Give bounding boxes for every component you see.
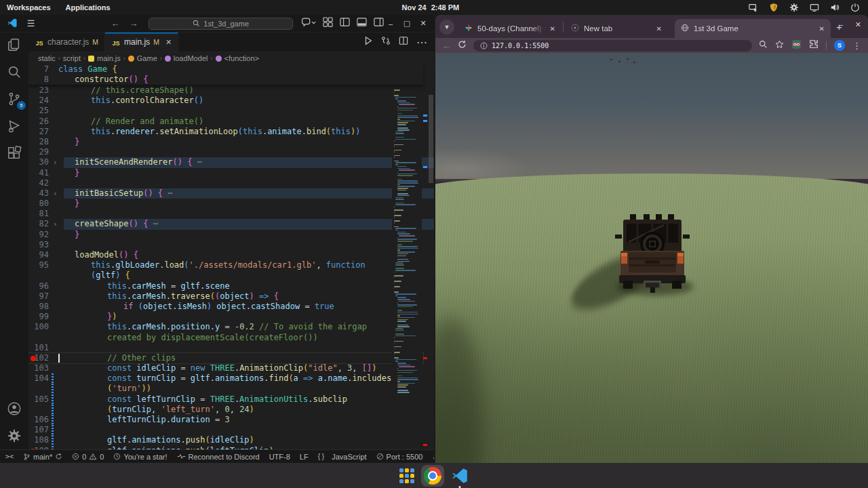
vscode-dock-button[interactable] xyxy=(451,467,469,485)
breadcrumb-item[interactable]: <function> xyxy=(224,54,259,62)
line-number[interactable]: 105 xyxy=(28,394,49,405)
toggle-secondary-sidebar-icon[interactable] xyxy=(374,17,384,30)
code-lines[interactable]: 23// this.createShape()24this.controlCha… xyxy=(28,85,423,449)
code-line[interactable]: 106leftTurnClip.duration = 3 xyxy=(28,415,423,425)
sticky-scroll-header[interactable]: 7class Game {8constructor() { xyxy=(28,64,423,85)
breadcrumb-item[interactable]: script xyxy=(63,54,81,62)
game-viewport[interactable] xyxy=(435,53,868,463)
tab-search-chevron-icon[interactable]: ▼ xyxy=(439,20,454,35)
breadcrumb-item[interactable]: static xyxy=(38,54,56,62)
line-number[interactable] xyxy=(28,333,49,343)
line-number[interactable]: 93 xyxy=(28,240,49,250)
code-line[interactable]: 104const turnClip = gltf.animations.find… xyxy=(28,373,423,384)
line-number[interactable]: 28 xyxy=(28,137,49,147)
star-status-item[interactable]: You're a star! xyxy=(113,453,167,461)
code-line[interactable]: 80} xyxy=(28,199,423,209)
code-line[interactable]: 97this.carMesh.traverse((object) => { xyxy=(28,291,423,302)
code-line[interactable]: 43›initBasicSetup() { ⋯ xyxy=(28,188,423,199)
power-icon[interactable] xyxy=(850,3,860,12)
git-branch-item[interactable]: main* xyxy=(23,453,62,461)
eol-item[interactable]: LF xyxy=(300,453,309,461)
code-line[interactable]: created by displacementScale(createFloor… xyxy=(28,333,423,343)
code-line[interactable]: 95this.glbLoader.load('./assets/modals/c… xyxy=(28,260,423,270)
code-line[interactable]: (gltf) { xyxy=(28,270,423,281)
line-number[interactable]: 24 xyxy=(28,96,49,106)
tab-close-icon[interactable]: ✕ xyxy=(165,38,172,47)
browser-tab-game[interactable]: 1st 3d Game ✕ xyxy=(675,19,831,38)
line-number[interactable]: 108 xyxy=(28,435,49,445)
encoding-item[interactable]: UTF-8 xyxy=(269,453,290,461)
browser-menu-icon[interactable]: ⋮ xyxy=(852,41,861,51)
code-line[interactable]: 41} xyxy=(28,168,423,178)
tab-character-js[interactable]: JS character.js M xyxy=(28,33,105,52)
clock-menu[interactable]: Nov 24 2:48 PM xyxy=(402,0,460,15)
code-line[interactable]: ('turn')) xyxy=(28,384,423,394)
chrome-dock-button[interactable] xyxy=(421,465,444,487)
line-number[interactable]: 101 xyxy=(28,343,49,353)
more-actions-icon[interactable]: ⋯ xyxy=(416,36,427,49)
fold-chevron-icon[interactable]: › xyxy=(53,188,58,199)
code-line[interactable]: 81 xyxy=(28,209,423,219)
account-icon[interactable] xyxy=(6,401,22,417)
code-line[interactable]: 109gltf.animations.push(leftTurnClip) xyxy=(28,446,423,449)
remote-indicator[interactable]: >< xyxy=(5,453,14,460)
line-number[interactable] xyxy=(28,384,49,394)
line-number[interactable]: 30 xyxy=(28,157,49,167)
line-number[interactable] xyxy=(28,270,49,281)
notifications-bell-icon[interactable] xyxy=(432,453,434,461)
window-minimize-button[interactable]: – xyxy=(839,20,843,29)
line-number[interactable]: 7 xyxy=(28,64,49,75)
fold-chevron-icon[interactable]: › xyxy=(53,157,58,167)
code-line[interactable]: 101 xyxy=(28,343,423,353)
window-close-button[interactable]: ✕ xyxy=(416,17,430,30)
code-line[interactable]: 100this.carMesh.position.y = -0.2 // To … xyxy=(28,322,423,332)
language-mode-item[interactable]: { } JavaScript xyxy=(318,453,367,461)
menu-hamburger-icon[interactable]: ☰ xyxy=(24,18,37,28)
window-close-button[interactable]: ✕ xyxy=(855,20,861,29)
zoom-icon[interactable] xyxy=(759,39,768,52)
discord-status-item[interactable]: Reconnect to Discord xyxy=(177,453,260,461)
line-number[interactable]: 41 xyxy=(28,168,49,178)
reload-icon[interactable] xyxy=(458,40,467,51)
display-icon[interactable] xyxy=(810,3,819,12)
tab-close-icon[interactable]: ✕ xyxy=(550,25,555,33)
tab-main-js[interactable]: JS main.js M ✕ xyxy=(105,33,178,52)
gear-icon[interactable] xyxy=(789,3,799,12)
shield-icon[interactable] xyxy=(769,3,778,12)
line-number[interactable]: 104 xyxy=(28,373,49,384)
live-server-port-item[interactable]: Port : 5500 xyxy=(376,453,423,461)
code-line[interactable]: 92} xyxy=(28,230,423,240)
copilot-chat-icon[interactable] xyxy=(301,18,316,30)
fold-chevron-icon[interactable]: › xyxy=(53,219,58,229)
run-debug-icon[interactable] xyxy=(6,118,22,134)
split-editor-icon[interactable] xyxy=(399,36,408,48)
profile-avatar[interactable]: S xyxy=(834,40,845,51)
back-icon[interactable]: ← xyxy=(442,41,451,51)
run-file-icon[interactable] xyxy=(363,36,373,48)
code-line[interactable]: 102// Other clips xyxy=(28,353,423,363)
line-number[interactable]: 107 xyxy=(28,425,49,435)
line-number[interactable]: 26 xyxy=(28,117,49,127)
line-number[interactable] xyxy=(28,405,49,415)
extensions-puzzle-icon[interactable] xyxy=(809,39,818,52)
breakpoint-dot[interactable] xyxy=(31,356,36,361)
browser-tab-slack[interactable]: 50-days (Channel) - Hack Cl ✕ xyxy=(458,19,561,38)
code-line[interactable]: 103const idleClip = new THREE.AnimationC… xyxy=(28,363,423,373)
line-number[interactable]: 97 xyxy=(28,291,49,302)
line-number[interactable]: 98 xyxy=(28,302,49,312)
code-line[interactable]: 94loadModel() { xyxy=(28,250,423,260)
tab-close-icon[interactable]: ✕ xyxy=(819,25,825,33)
code-editor[interactable]: 7class Game {8constructor() { 23// this.… xyxy=(28,64,434,449)
window-minimize-button[interactable]: – xyxy=(384,17,397,30)
command-search-box[interactable]: 1st_3d_game xyxy=(149,18,293,30)
code-line[interactable]: 105const leftTurnClip = THREE.AnimationU… xyxy=(28,394,423,405)
workspaces-menu[interactable]: Workspaces xyxy=(7,3,51,12)
extension-monkey-icon[interactable] xyxy=(791,39,802,52)
code-line[interactable]: 108gltf.animations.push(idleClip) xyxy=(28,435,423,445)
line-number[interactable]: 42 xyxy=(28,178,49,188)
line-number[interactable]: 25 xyxy=(28,106,49,116)
code-line[interactable]: 29 xyxy=(28,147,423,157)
address-bar[interactable]: 127.0.0.1:5500 xyxy=(473,40,752,52)
line-number[interactable]: 43 xyxy=(28,188,49,199)
line-number[interactable]: 8 xyxy=(28,75,49,85)
